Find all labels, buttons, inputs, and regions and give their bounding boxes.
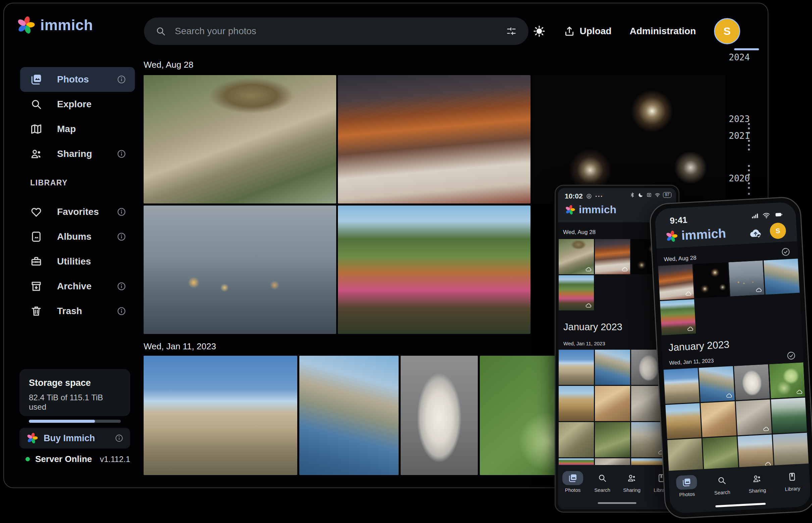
photo-autumn-park[interactable] (338, 205, 531, 334)
date-header: Wed, Jan 11, 2023 (144, 341, 216, 352)
administration-label: Administration (629, 26, 696, 37)
photo-zoo-monkeys[interactable] (144, 75, 336, 203)
cloud-icon (725, 392, 732, 399)
phone-device: 9:41 immich S Wed, Aug 28 (649, 196, 812, 519)
sidebar-item-favorites[interactable]: Favorites (20, 199, 135, 224)
photo-dinner-table[interactable] (338, 75, 531, 203)
photo-thumbnail[interactable] (738, 434, 773, 470)
sidebar-item-utilities[interactable]: Utilities (20, 249, 135, 274)
photo-thumbnail[interactable] (559, 422, 594, 457)
photo-thumbnail[interactable] (595, 239, 630, 274)
photo-thumbnail[interactable] (693, 262, 729, 298)
photo-thumbnail[interactable] (698, 366, 735, 402)
timeline-dot (748, 169, 750, 171)
photo-thumbnail[interactable] (728, 260, 764, 296)
sidebar-item-photos[interactable]: Photos (20, 67, 135, 92)
photo-thumbnail[interactable] (559, 275, 594, 310)
photo-thumbnail[interactable] (666, 403, 701, 439)
sidebar-item-label: Archive (57, 281, 117, 292)
buy-immich-button[interactable]: Buy Immich (19, 428, 130, 449)
nav-label: Photos (679, 491, 695, 497)
sidebar-item-label: Photos (57, 74, 117, 85)
info-icon[interactable] (117, 282, 126, 291)
photo-thumbnail[interactable] (736, 399, 772, 435)
info-icon[interactable] (117, 149, 126, 159)
photo-fireworks[interactable] (532, 75, 725, 203)
search-placeholder: Search your photos (175, 26, 497, 37)
timeline-year[interactable]: 2020 (729, 173, 750, 183)
sidebar-item-explore[interactable]: Explore (20, 92, 135, 117)
timeline-year[interactable]: 2023 (729, 114, 750, 124)
timeline-year[interactable]: 2024 (729, 52, 750, 62)
info-icon[interactable] (117, 207, 126, 217)
timeline-dot (748, 148, 750, 150)
photo-holding-hands[interactable] (144, 205, 336, 334)
immich-logo-icon (565, 204, 575, 215)
nav-photos[interactable]: Photos (668, 474, 706, 513)
app-logo[interactable]: immich (16, 15, 93, 35)
sidebar-item-label: Sharing (57, 148, 117, 159)
photo-thumbnail[interactable] (595, 422, 630, 457)
user-avatar[interactable]: S (770, 222, 786, 239)
brand-name: immich (681, 226, 726, 243)
timeline-dot (748, 174, 750, 176)
photo-fortress[interactable] (144, 356, 297, 475)
nav-library[interactable]: Library (774, 469, 811, 508)
photo-thumbnail[interactable] (734, 364, 770, 400)
battery-icon (773, 210, 784, 219)
server-online-dot (25, 457, 30, 461)
photo-thumbnail[interactable] (769, 362, 805, 398)
sidebar-item-map[interactable]: Map (20, 117, 135, 142)
timeline-year[interactable]: 2021 (729, 131, 750, 141)
photo-thumbnail[interactable] (559, 239, 594, 274)
wifi-icon (762, 211, 771, 220)
sidebar-item-label: Map (57, 124, 126, 134)
nav-label: Search (714, 489, 730, 495)
sidebar-item-trash[interactable]: Trash (20, 299, 135, 324)
photo-thumbnail[interactable] (701, 401, 737, 437)
timeline-dot (748, 187, 750, 189)
administration-link[interactable]: Administration (629, 26, 696, 37)
photo-thumbnail[interactable] (559, 386, 594, 421)
photo-thumbnail[interactable] (764, 258, 799, 294)
check-circle-icon[interactable] (781, 247, 791, 257)
photo-thumbnail[interactable] (771, 398, 807, 433)
sidebar-item-albums[interactable]: Albums (20, 224, 135, 249)
nav-photos[interactable]: Photos (558, 471, 588, 509)
info-icon[interactable] (117, 306, 126, 316)
sidebar-item-sharing[interactable]: Sharing (20, 142, 135, 166)
photo-coastal-town[interactable] (299, 356, 399, 475)
home-indicator[interactable] (598, 502, 637, 504)
phone-header: 9:41 immich S (654, 202, 797, 249)
search-input[interactable]: Search your photos (144, 17, 529, 45)
info-icon[interactable] (117, 75, 126, 84)
photo-thumbnail[interactable] (595, 350, 630, 385)
cloud-icon (755, 286, 762, 293)
status-time: 10:02 (565, 192, 583, 200)
photo-thumbnail[interactable] (660, 300, 696, 335)
sidebar-item-archive[interactable]: Archive (20, 274, 135, 299)
photo-thumbnail[interactable] (773, 433, 809, 469)
brand-name: immich (40, 17, 93, 34)
photo-thumbnail[interactable] (658, 264, 694, 300)
storage-progress (29, 420, 121, 423)
photo-thumbnail[interactable] (559, 350, 594, 385)
immich-logo-icon (16, 15, 36, 35)
info-icon[interactable] (117, 232, 126, 241)
timeline-scrubber-handle[interactable] (734, 48, 759, 50)
photo-marble-bust[interactable] (401, 356, 478, 475)
info-icon[interactable] (115, 434, 123, 443)
sidebar-item-label: Trash (57, 306, 117, 317)
upload-button[interactable]: Upload (564, 25, 612, 37)
user-avatar[interactable]: S (714, 18, 740, 44)
cloud-sync-icon[interactable] (748, 226, 763, 240)
photo-thumbnail[interactable] (664, 368, 699, 404)
photo-thumbnail[interactable] (702, 436, 738, 472)
filter-sliders-icon[interactable] (506, 25, 517, 37)
album-icon (30, 231, 42, 243)
theme-toggle-sun-icon[interactable] (533, 25, 546, 38)
check-circle-icon[interactable] (786, 351, 796, 360)
library-section-heading: LIBRARY (30, 178, 68, 187)
photo-thumbnail[interactable] (595, 386, 630, 421)
photo-thumbnail[interactable] (668, 438, 703, 474)
